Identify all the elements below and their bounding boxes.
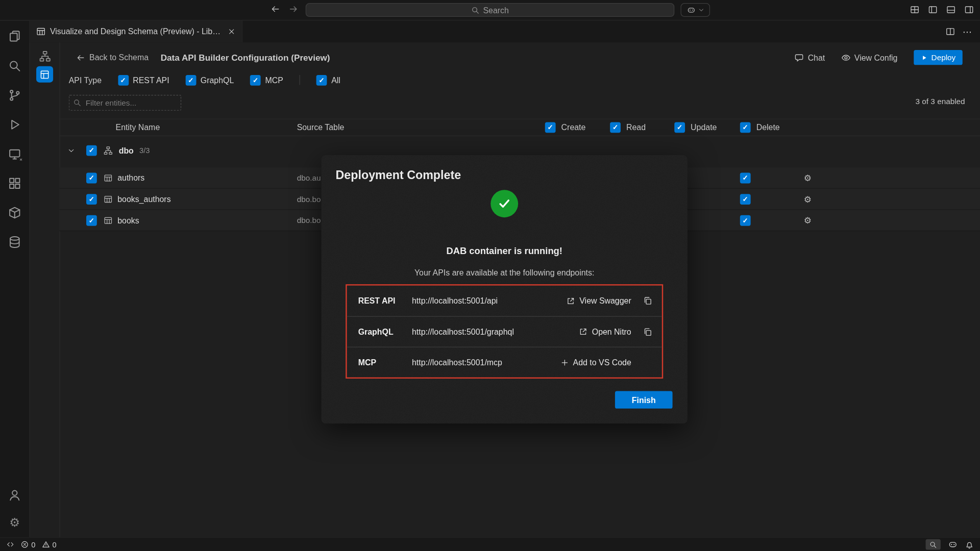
run-debug-icon[interactable] (7, 117, 22, 132)
filter-search-icon (73, 98, 81, 107)
copilot-status-icon[interactable] (948, 540, 958, 549)
col-source-table: Source Table (297, 123, 345, 132)
endpoint-row: GraphQL http://localhost:5001/graphql Op… (347, 316, 662, 347)
warning-icon (42, 540, 50, 548)
create-all-checkbox[interactable] (545, 122, 556, 133)
remote-explorer-icon[interactable]: × (7, 146, 22, 161)
chat-label: Chat (808, 53, 825, 62)
remote-disconnected-badge: × (18, 156, 24, 162)
view-config-button[interactable]: View Config (841, 53, 897, 62)
back-arrow-icon (76, 53, 85, 62)
endpoint-url: http://localhost:5001/graphql (412, 327, 579, 336)
endpoint-name: REST API (358, 296, 412, 305)
designer-toolbar (30, 42, 60, 537)
view-swagger-link[interactable]: View Swagger (567, 296, 631, 305)
api-type-rest[interactable]: REST API (118, 74, 169, 85)
dialog-heading: DAB container is running! (321, 245, 688, 256)
database-projects-icon[interactable] (7, 205, 22, 220)
search-input[interactable]: Search (306, 3, 674, 17)
toggle-secondary-sidebar-icon[interactable] (964, 5, 973, 14)
row-select-checkbox[interactable] (86, 215, 97, 226)
expand-chevron-icon[interactable] (67, 147, 75, 155)
api-type-all[interactable]: All (316, 74, 340, 85)
error-icon (20, 540, 29, 548)
all-label: All (331, 76, 340, 85)
delete-all-checkbox[interactable] (740, 122, 751, 133)
extensions-icon[interactable] (7, 176, 22, 190)
col-read: Read (626, 123, 646, 132)
external-link-icon (579, 328, 587, 336)
copilot-menu-button[interactable] (680, 3, 710, 17)
status-bar: 0 0 (0, 537, 980, 551)
add-to-vscode-button[interactable]: Add to VS Code (560, 358, 631, 367)
table-icon (104, 216, 112, 224)
remote-window-icon[interactable] (6, 540, 14, 548)
read-all-checkbox[interactable] (610, 122, 621, 133)
settings-gear-icon[interactable]: ⚙ (7, 515, 22, 530)
deploy-label: Deploy (932, 53, 956, 62)
nav-forward-icon[interactable] (289, 5, 298, 14)
row-settings-gear-icon[interactable]: ⚙ (804, 194, 812, 203)
row-select-checkbox[interactable] (86, 172, 97, 183)
notifications-bell-icon[interactable] (965, 540, 974, 549)
graphql-checkbox[interactable] (185, 74, 196, 85)
finish-button[interactable]: Finish (615, 391, 673, 409)
toggle-primary-sidebar-icon[interactable] (928, 5, 937, 14)
table-header: Entity Name Source Table Create Read Upd… (59, 119, 980, 136)
back-to-schema-link[interactable]: Back to Schema (76, 53, 149, 62)
filter-entities-input[interactable] (69, 95, 181, 111)
chat-icon (795, 53, 804, 62)
errors-indicator[interactable]: 0 (20, 540, 35, 549)
copy-url-button[interactable] (642, 327, 653, 336)
plus-icon (560, 358, 569, 366)
toggle-panel-icon[interactable] (946, 5, 955, 14)
nav-back-icon[interactable] (271, 5, 280, 14)
explorer-icon[interactable] (7, 29, 22, 43)
chat-button[interactable]: Chat (795, 53, 825, 62)
external-link-icon (567, 296, 575, 305)
divider (300, 75, 300, 85)
copy-url-button[interactable] (642, 296, 653, 305)
update-all-checkbox[interactable] (674, 122, 685, 133)
open-nitro-link[interactable]: Open Nitro (579, 327, 631, 336)
account-icon[interactable] (7, 487, 22, 502)
table-icon (104, 173, 112, 182)
endpoint-row: MCP http://localhost:5001/mcp Add to VS … (347, 347, 662, 378)
search-sidebar-icon[interactable] (7, 58, 22, 73)
entity-name: books_authors (117, 194, 170, 204)
tab-visualize-schema[interactable]: Visualize and Design Schema (Preview) - … (30, 20, 242, 42)
customize-layout-icon[interactable] (910, 5, 919, 14)
endpoint-action-label: Open Nitro (592, 327, 631, 336)
row-settings-gear-icon[interactable]: ⚙ (804, 173, 812, 182)
zoom-indicator[interactable] (925, 539, 940, 550)
database-icon[interactable] (7, 234, 22, 249)
dab-config-tab-active[interactable] (36, 66, 53, 83)
warnings-indicator[interactable]: 0 (42, 540, 57, 549)
row-select-checkbox[interactable] (86, 194, 97, 205)
all-checkbox[interactable] (316, 74, 327, 85)
mcp-checkbox[interactable] (250, 74, 261, 85)
delete-checkbox[interactable] (740, 194, 751, 205)
tab-close-icon[interactable] (228, 28, 236, 36)
view-config-label: View Config (854, 53, 898, 62)
delete-checkbox[interactable] (740, 172, 751, 183)
schema-designer-icon[interactable] (39, 50, 51, 62)
source-control-icon[interactable] (7, 87, 22, 102)
entity-source: dbo.bo (297, 216, 321, 224)
row-settings-gear-icon[interactable]: ⚙ (804, 216, 812, 224)
split-editor-icon[interactable] (946, 27, 955, 36)
api-type-mcp[interactable]: MCP (250, 74, 283, 85)
page-title: Data API Builder Configuration (Preview) (161, 53, 330, 63)
graphql-label: GraphQL (201, 76, 234, 85)
delete-checkbox[interactable] (740, 215, 751, 226)
col-update: Update (691, 123, 717, 132)
tab-title: Visualize and Design Schema (Preview) - … (50, 27, 223, 36)
entity-source: dbo.bo (297, 194, 321, 203)
deploy-button[interactable]: Deploy (914, 50, 962, 65)
group-select-checkbox[interactable] (86, 145, 97, 156)
col-delete: Delete (756, 123, 780, 132)
api-type-graphql[interactable]: GraphQL (185, 74, 234, 85)
more-actions-icon[interactable]: ⋯ (963, 26, 973, 37)
endpoint-name: GraphQL (358, 327, 412, 336)
rest-api-checkbox[interactable] (118, 74, 129, 85)
